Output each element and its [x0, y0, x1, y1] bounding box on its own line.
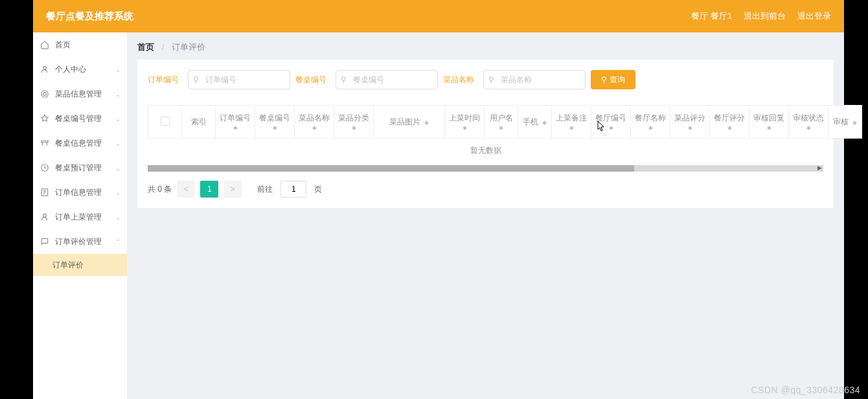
col-restname[interactable]: 餐厅名称◆ [631, 106, 670, 139]
col-restscore[interactable]: 餐厅评分◆ [710, 106, 749, 139]
search-input-dish[interactable] [483, 70, 586, 89]
chevron-down-icon: ⌄ [115, 140, 120, 147]
svg-point-0 [43, 66, 47, 69]
header-logout-front[interactable]: 退出到前台 [744, 10, 786, 22]
sort-icon: ◆ [852, 120, 857, 126]
col-username[interactable]: 用户名◆ [485, 106, 518, 139]
review-icon [40, 236, 50, 247]
search-label-table: 餐桌编号 [295, 74, 328, 86]
sidebar-item-review[interactable]: 订单评价管理 ⌃ [33, 229, 127, 254]
pagination-page-1[interactable]: 1 [200, 181, 218, 198]
col-dishscore[interactable]: 菜品评分◆ [670, 106, 710, 139]
pagination-goto-suffix: 页 [314, 184, 322, 195]
col-audit[interactable]: 审核◆ [828, 106, 862, 139]
col-orderno[interactable]: 订单编号◆ [216, 106, 255, 139]
desk-icon [40, 138, 50, 148]
sidebar-item-tablenum[interactable]: 餐桌编号管理 ⌄ [33, 106, 127, 131]
sidebar-item-profile[interactable]: 个人中心 ⌄ [33, 57, 127, 82]
sort-icon: ◆ [727, 125, 732, 131]
col-dishimg[interactable]: 菜品图片◆ [374, 106, 445, 139]
table-horizontal-scrollbar[interactable]: ◀ ▶ [148, 165, 823, 172]
scrollbar-thumb[interactable] [148, 165, 634, 172]
chevron-down-icon: ⌄ [115, 115, 120, 122]
no-data-text: 暂无数据 [148, 139, 823, 163]
sort-icon: ◆ [463, 125, 467, 131]
sort-icon: ◆ [499, 125, 503, 131]
sort-icon: ◆ [767, 125, 771, 131]
chevron-up-icon: ⌃ [115, 238, 120, 245]
sort-icon: ◆ [806, 125, 811, 131]
sort-icon: ◆ [688, 125, 692, 131]
search-label-order: 订单编号 [148, 74, 180, 86]
sidebar-item-reservation[interactable]: 餐桌预订管理 ⌄ [33, 155, 127, 180]
serve-icon [40, 212, 50, 222]
main-content: 首页 / 订单评价 订单编号 ⚲ 餐桌编号 ⚲ 菜品名称 [127, 32, 844, 399]
data-table: 索引 订单编号◆ 餐桌编号◆ 菜品名称◆ 菜品分类◆ 菜品图片◆ 上菜时间◆ 用… [148, 105, 823, 198]
search-input-order[interactable] [188, 70, 290, 89]
order-icon [40, 187, 50, 198]
pagination-total: 共 0 条 [148, 184, 172, 195]
tag-icon [40, 113, 50, 124]
search-icon: ⚲ [488, 75, 494, 84]
chevron-down-icon: ⌄ [115, 189, 120, 196]
col-note[interactable]: 上菜备注◆ [552, 106, 591, 139]
col-servetime[interactable]: 上菜时间◆ [445, 106, 485, 139]
pagination-goto-input[interactable] [280, 181, 306, 198]
col-tableno[interactable]: 餐桌编号◆ [255, 106, 295, 139]
sidebar-item-label: 订单上菜管理 [55, 212, 102, 223]
sidebar-item-dish[interactable]: 菜品信息管理 ⌄ [33, 82, 127, 106]
clock-icon [40, 163, 50, 173]
sidebar-item-label: 菜品信息管理 [55, 89, 102, 100]
sidebar-item-label: 订单信息管理 [55, 187, 102, 198]
col-index[interactable]: 索引 [182, 106, 216, 139]
pagination: 共 0 条 < 1 > 前往 页 [148, 181, 823, 198]
sidebar-item-label: 首页 [55, 40, 71, 51]
sidebar-item-label: 餐桌信息管理 [55, 138, 102, 149]
breadcrumb-home[interactable]: 首页 [137, 42, 154, 52]
sidebar-item-tableinfo[interactable]: 餐桌信息管理 ⌄ [33, 131, 127, 155]
sidebar-item-label: 餐桌预订管理 [55, 163, 102, 174]
sort-icon: ◆ [424, 120, 429, 126]
col-phone[interactable]: 手机◆ [518, 106, 552, 139]
app-header: 餐厅点餐及推荐系统 餐厅 餐厅1 退出到前台 退出登录 [33, 0, 844, 32]
checkbox-icon[interactable] [161, 117, 170, 126]
sidebar-item-home[interactable]: 首页 [33, 32, 127, 57]
search-panel: 订单编号 ⚲ 餐桌编号 ⚲ 菜品名称 ⚲ [137, 60, 834, 208]
chevron-down-icon: ⌄ [115, 66, 120, 73]
sidebar: 首页 个人中心 ⌄ 菜品信息管理 ⌄ 餐桌编号管理 ⌄ 餐桌信息管理 ⌄ [33, 32, 127, 399]
pagination-goto-label: 前往 [257, 184, 273, 195]
search-button[interactable]: ⚲ 查询 [591, 70, 635, 89]
sidebar-item-order[interactable]: 订单信息管理 ⌄ [33, 180, 127, 205]
breadcrumb: 首页 / 订单评价 [127, 32, 844, 60]
scroll-right-icon: ▶ [817, 165, 822, 171]
col-dishcat[interactable]: 菜品分类◆ [334, 106, 374, 139]
sort-icon: ◆ [542, 120, 547, 126]
sidebar-sub-label: 订单评价 [52, 260, 84, 271]
search-input-table[interactable] [336, 70, 438, 89]
breadcrumb-separator: / [162, 42, 165, 52]
col-status[interactable]: 审核状态◆ [789, 106, 828, 139]
watermark-text: CSDN @qq_3306428634 [751, 385, 861, 395]
svg-point-2 [43, 93, 47, 96]
sort-icon: ◆ [648, 125, 653, 131]
sidebar-item-serve[interactable]: 订单上菜管理 ⌄ [33, 205, 127, 229]
sort-icon: ◆ [609, 125, 613, 131]
sort-icon: ◆ [312, 125, 317, 131]
header-logout[interactable]: 退出登录 [797, 10, 831, 22]
col-reply[interactable]: 审核回复◆ [749, 106, 789, 139]
sidebar-item-label: 个人中心 [55, 64, 86, 75]
col-dishname[interactable]: 菜品名称◆ [295, 106, 334, 139]
search-icon: ⚲ [341, 75, 347, 84]
pagination-prev[interactable]: < [177, 181, 195, 198]
header-user[interactable]: 餐厅 餐厅1 [691, 10, 732, 22]
search-icon: ⚲ [193, 75, 199, 84]
pagination-next[interactable]: > [223, 181, 242, 198]
col-checkbox[interactable] [148, 106, 182, 139]
search-button-label: 查询 [610, 74, 625, 86]
col-restno[interactable]: 餐厅编号◆ [591, 106, 631, 139]
sidebar-item-label: 订单评价管理 [55, 236, 102, 247]
sort-icon: ◆ [233, 125, 238, 131]
svg-point-1 [41, 91, 49, 98]
sidebar-sub-review[interactable]: 订单评价 [33, 254, 127, 276]
dish-icon [40, 89, 50, 99]
